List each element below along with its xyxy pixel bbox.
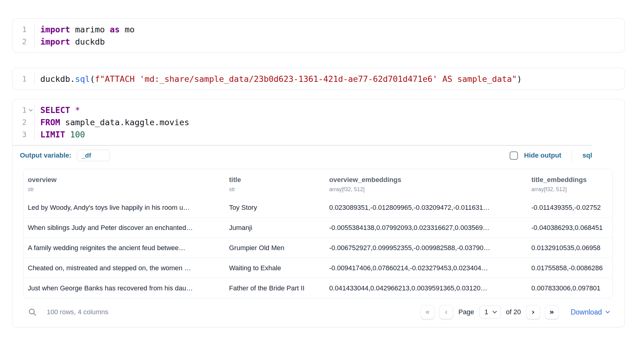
- chevron-down-icon: [493, 309, 497, 313]
- column-header-overview_embeddings[interactable]: overview_embeddingsarray[f32, 512]: [325, 169, 527, 198]
- chevron-down-icon: [29, 107, 33, 111]
- code-line[interactable]: 1duckdb.sql(f"ATTACH 'md:_share/sample_d…: [13, 73, 624, 85]
- table-cell: -0.011439355,-0.02752: [527, 198, 613, 217]
- page-number-select[interactable]: 1: [479, 306, 501, 318]
- last-page-icon: »: [549, 308, 554, 316]
- page-number-value: 1: [485, 308, 488, 316]
- line-number: 1: [13, 25, 27, 34]
- table-row[interactable]: Led by Woody, Andy's toys live happily i…: [24, 198, 613, 217]
- table-row[interactable]: Cheated on, mistreated and stepped on, t…: [24, 258, 613, 278]
- previous-page-icon: ‹: [445, 308, 448, 316]
- table-cell: Led by Woody, Andy's toys live happily i…: [24, 198, 225, 217]
- line-number: 2: [13, 38, 27, 46]
- column-header-overview[interactable]: overviewstr: [24, 169, 225, 198]
- code-text: import marimo as mo: [35, 24, 135, 36]
- code-editor-attach[interactable]: 1duckdb.sql(f"ATTACH 'md:_share/sample_d…: [13, 68, 624, 89]
- code-text: FROM sample_data.kaggle.movies: [35, 116, 189, 129]
- search-icon[interactable]: [28, 308, 37, 317]
- table-cell: -0.009417406,0.07860214,-0.023279453,0.0…: [325, 258, 527, 278]
- code-line[interactable]: 1SELECT *: [13, 104, 624, 116]
- hide-output-label[interactable]: Hide output: [524, 151, 561, 159]
- code-text: duckdb.sql(f"ATTACH 'md:_share/sample_da…: [35, 73, 522, 85]
- next-page-button[interactable]: ›: [526, 305, 540, 319]
- language-toggle-sql[interactable]: sql: [582, 151, 592, 159]
- previous-page-button[interactable]: ‹: [439, 305, 453, 319]
- table-cell: Grumpier Old Men: [225, 238, 325, 258]
- output-variable-row: Output variable: _df Hide output sql: [13, 146, 592, 165]
- column-name: overview: [28, 176, 220, 184]
- code-cell-attach: 1duckdb.sql(f"ATTACH 'md:_share/sample_d…: [12, 68, 625, 90]
- column-name: title: [229, 176, 321, 184]
- table-row[interactable]: Just when George Banks has recovered fro…: [24, 278, 613, 298]
- divider: [572, 149, 572, 162]
- column-header-title[interactable]: titlestr: [225, 169, 325, 198]
- table-cell: Cheated on, mistreated and stepped on, t…: [24, 258, 225, 278]
- notebook: 1import marimo as mo2import duckdb 1duck…: [0, 0, 637, 327]
- table-cell: Jumanji: [225, 218, 325, 238]
- table-summary: 100 rows, 4 columns: [47, 308, 108, 316]
- code-text: import duckdb: [35, 36, 105, 48]
- table-cell: -0.006752927,0.099952355,-0.009982588,-0…: [325, 238, 527, 258]
- table-cell: -0.040386293,0.068451: [527, 218, 613, 238]
- line-number: 1: [13, 75, 27, 83]
- result-table: overviewstrtitlestroverview_embeddingsar…: [23, 169, 613, 298]
- code-editor-sql[interactable]: 1SELECT *2FROM sample_data.kaggle.movies…: [13, 99, 624, 145]
- table-row[interactable]: When siblings Judy and Peter discover an…: [24, 217, 613, 238]
- line-number: 3: [13, 130, 27, 139]
- page-count-label: of 20: [506, 308, 521, 316]
- table-cell: A family wedding reignites the ancient f…: [24, 238, 225, 258]
- table-cell: Waiting to Exhale: [225, 258, 325, 278]
- code-line[interactable]: 1import marimo as mo: [13, 24, 624, 36]
- table-row[interactable]: A family wedding reignites the ancient f…: [24, 238, 613, 258]
- table-cell: -0.0055384138,0.07992093,0.023316627,0.0…: [325, 218, 527, 238]
- code-cell-imports: 1import marimo as mo2import duckdb: [12, 18, 625, 53]
- table-cell: Father of the Bride Part II: [225, 278, 325, 298]
- table-cell: Just when George Banks has recovered fro…: [24, 278, 225, 298]
- table-cell: When siblings Judy and Peter discover an…: [24, 218, 225, 238]
- column-dtype: str: [229, 186, 321, 193]
- table-cell: Toy Story: [225, 198, 325, 217]
- chevron-down-icon: [606, 309, 610, 313]
- line-number: 2: [13, 118, 27, 127]
- table-body: Led by Woody, Andy's toys live happily i…: [24, 198, 613, 298]
- first-page-icon: «: [425, 308, 430, 316]
- line-number: 1: [13, 106, 27, 115]
- fold-toggle-icon[interactable]: [27, 109, 35, 112]
- code-text: LIMIT 100: [35, 129, 85, 141]
- table-cell: 0.007833006,0.097801: [527, 278, 613, 298]
- table-cell: 0.023089351,-0.012809965,-0.03209472,-0.…: [325, 198, 527, 217]
- code-text: SELECT *: [35, 104, 80, 116]
- table-header-row: overviewstrtitlestroverview_embeddingsar…: [24, 169, 613, 198]
- table-header: overviewstrtitlestroverview_embeddingsar…: [24, 169, 613, 198]
- code-editor-imports[interactable]: 1import marimo as mo2import duckdb: [13, 19, 624, 52]
- download-button[interactable]: Download: [571, 308, 609, 316]
- next-page-icon: ›: [532, 308, 535, 316]
- sql-cell: 1SELECT *2FROM sample_data.kaggle.movies…: [12, 99, 625, 327]
- last-page-button[interactable]: »: [545, 305, 559, 319]
- table-cell: 0.041433044,0.042966213,0.0039591365,0.0…: [325, 278, 527, 298]
- table-cell: 0.01755858,-0.0086286: [527, 258, 613, 278]
- column-name: title_embeddings: [531, 176, 608, 184]
- page-label: Page: [458, 308, 474, 316]
- code-line[interactable]: 2import duckdb: [13, 36, 624, 48]
- table-cell: 0.0132910535,0.06958: [527, 238, 613, 258]
- download-label: Download: [571, 308, 602, 316]
- column-dtype: array[f32, 512]: [329, 186, 523, 193]
- code-line[interactable]: 3LIMIT 100: [13, 129, 624, 141]
- output-variable-label: Output variable:: [20, 151, 71, 159]
- column-header-title_embeddings[interactable]: title_embeddingsarray[f32, 512]: [527, 169, 613, 198]
- column-dtype: array[f32, 512]: [531, 186, 608, 193]
- column-dtype: str: [28, 186, 220, 193]
- pagination: « ‹ Page 1 of 20 › » Download: [420, 305, 609, 319]
- code-line[interactable]: 2FROM sample_data.kaggle.movies: [13, 116, 624, 129]
- output-variable-input[interactable]: _df: [77, 150, 110, 161]
- first-page-button[interactable]: «: [420, 305, 435, 319]
- column-name: overview_embeddings: [329, 176, 523, 184]
- hide-output-checkbox[interactable]: [510, 151, 518, 160]
- table-footer: 100 rows, 4 columns « ‹ Page 1 of 20 ›: [13, 298, 624, 327]
